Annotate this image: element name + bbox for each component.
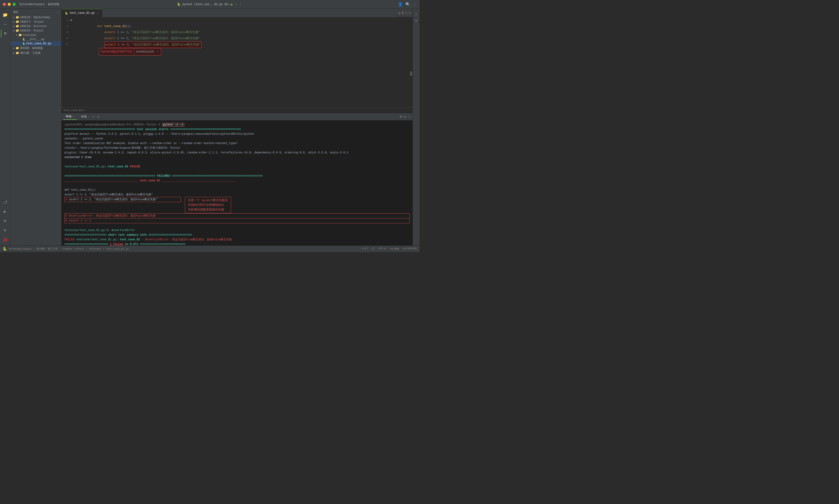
tab-close-icon[interactable]: ✕ [97, 12, 99, 15]
terminal-test-header: ________________________________________… [65, 178, 410, 183]
sidebar-item-case29[interactable]: ▼ 📁 CASE29: Pytest [10, 29, 62, 33]
terminal-chevron-icon[interactable]: ∨ [97, 115, 99, 119]
right-icon-1[interactable]: △ [414, 11, 419, 16]
sidebar-label-case27: CASE27: Jinja2 [20, 20, 43, 23]
warning-badge: △ 1 [399, 11, 404, 15]
activity-run-icon[interactable]: ▶ [1, 207, 9, 216]
activity-settings-icon[interactable]: ⚙ [1, 226, 9, 234]
terminal-platform: platform darwin -- Python 3.8.5, pytest-… [65, 132, 410, 137]
terminal-tab-close[interactable]: ✕ [73, 115, 74, 118]
code-line-1: def test_case_01(): [75, 17, 410, 23]
terminal-code-error1: E AssertionError: 表达式返回True断言成功，返回False断… [65, 213, 410, 218]
status-position: 4:47 [362, 247, 368, 251]
tab-test-case-01[interactable]: 🐍 test_case_01.py ✕ [62, 9, 102, 17]
breadcrumb-function: test_case_01() [64, 109, 85, 112]
hint-more-icon[interactable]: ⋮ [156, 49, 159, 55]
sidebar-label-web: 第50课: Web框架 [20, 46, 43, 50]
status-interpreter: python385 [403, 247, 417, 251]
activity-debug-icon[interactable]: 🐞 [1, 235, 9, 244]
hint-code-text: 此代码无法访问 [134, 49, 154, 55]
terminal-annotation: 任意一个 assert断言失败后 后续的代码不会再继续执行 当前测试函数直接返回… [185, 197, 231, 213]
titlebar-center: 🐍 pytest (test_cas...01.py 内) ▶ ⬆ ⋮ [177, 2, 242, 7]
workspace-label: PythonWorkspace › 版本控制 [19, 2, 59, 6]
activity-layers-icon[interactable]: ⊞ [1, 217, 9, 225]
tab-spacer [102, 9, 397, 17]
sidebar-item-init[interactable]: 🐍 __init__.py [10, 37, 62, 41]
line-numbers: 1 2 3 4 5 [62, 17, 70, 107]
breadcrumb-bar: test_case_01() [62, 107, 413, 113]
terminal-cachedir: cachedir: .pytest_cache [65, 137, 410, 141]
terminal-add-icon[interactable]: + [93, 115, 94, 119]
maximize-button[interactable] [13, 3, 16, 6]
right-icon-2[interactable]: ≡ [414, 18, 419, 24]
terminal-assertion-location: testcase/test_case_01.py:3: AssertionErr… [65, 228, 410, 233]
scroll-down-icon[interactable]: ∨ [409, 11, 410, 15]
editor-scrollbar[interactable] [410, 17, 413, 107]
annotation-line1: 任意一个 assert断言失败后 [188, 198, 228, 203]
run-button[interactable]: ▶ [231, 2, 233, 7]
minimize-button[interactable] [8, 3, 11, 6]
terminal-short-summary-header: ========================= short test sum… [65, 233, 410, 237]
terminal-content[interactable]: (python385) yangkai@yangkaideMacBook-Pro… [62, 121, 413, 246]
terminal-area: 终端 ✕ 本地 + ∨ ⧉ ⚙ ⋮ [62, 113, 413, 246]
terminal-tab-local[interactable]: 本地 [78, 114, 89, 120]
activity-dots-icon[interactable]: ⋯ [1, 20, 9, 29]
sidebar-label-test-case-01: test_case_01.py [26, 42, 51, 45]
sidebar-item-web[interactable]: ▶ 📁 第50课: Web框架 [10, 46, 62, 51]
terminal-tab-local-label: 本地 [81, 115, 87, 119]
tab-py-icon: 🐍 [65, 12, 68, 15]
editor-area: 🐍 test_case_01.py ✕ △ 1 ∧ ∨ 1 2 3 4 [62, 9, 413, 246]
status-bar: 🐍 PythonWorkspace › 第49课: 第三方库 › CASE29:… [0, 246, 419, 252]
terminal-randomisation: Test order randomisation NOT enabled. En… [65, 141, 410, 146]
run-config-label: pytest (test_cas...01.py 内) [182, 2, 229, 6]
status-line-ending: LF [372, 247, 375, 251]
workspace-name: PythonWorkspace [19, 3, 45, 6]
more-options-icon[interactable]: ⋮ [239, 2, 242, 7]
terminal-prompt: (python385) yangkai@yangkaideMacBook-Pro… [65, 123, 162, 126]
close-button[interactable] [3, 3, 6, 6]
terminal-failures-header: ========================================… [65, 174, 410, 178]
activity-git-icon[interactable]: ⎇ [1, 198, 9, 206]
sidebar-header: 项目 ⌄ [10, 9, 62, 15]
activity-structure-icon[interactable]: ≡ [1, 29, 9, 38]
gutter: ▶ [70, 17, 75, 107]
terminal-failed-line: FAILED testcase/test_case_01.py::test_ca… [65, 237, 410, 242]
terminal-rootdir: rootdir: /Users/yangkai/PythonWorkspace/… [65, 146, 410, 150]
terminal-plugins: plugins: Faker-18.9.0, assume-2.4.3, rep… [65, 150, 410, 155]
tab-label: test_case_01.py [70, 12, 95, 15]
settings-icon[interactable]: ⋮ [413, 2, 417, 7]
status-indent: 4个空格 [390, 247, 399, 251]
annotation-line2: 后续的代码不会再继续执行 [188, 203, 228, 208]
terminal-settings-icon[interactable]: ⚙ [404, 115, 406, 119]
activity-folder-icon[interactable]: 📁 [1, 11, 9, 19]
terminal-right-actions: ⧉ ⚙ ⋮ [400, 115, 410, 119]
sidebar-title: 项目 [13, 10, 18, 14]
terminal-collected: collected 1 item [65, 155, 410, 160]
terminal-more-icon[interactable]: ⋮ [407, 115, 410, 119]
terminal-tab-terminal[interactable]: 终端 ✕ [64, 113, 77, 120]
terminal-split-icon[interactable]: ⧉ [400, 115, 402, 119]
terminal-code-def: def test_case_01(): [65, 188, 410, 192]
code-content: def test_case_01(): assert 1 == 1, "表达式返… [75, 17, 410, 107]
sidebar-item-tools[interactable]: ▶ 📁 第51课: 工具类 [10, 51, 62, 55]
scroll-up-icon[interactable]: ∧ [405, 11, 407, 15]
sidebar-item-testcase[interactable]: ▼ 📁 testcase [10, 33, 62, 37]
sidebar-item-test-case-01[interactable]: 🐍 test_case_01.py [10, 41, 62, 46]
titlebar: PythonWorkspace › 版本控制 🐍 pytest (test_ca… [0, 0, 419, 9]
version-control-label[interactable]: 版本控制 [48, 2, 59, 6]
terminal-code-assert2: > assert 1 == 2, "表达式返回True断言成功，返回False断… [65, 197, 181, 202]
sidebar-label-testcase: testcase [23, 34, 36, 37]
sidebar-item-case27[interactable]: ▶ 📁 CASE27: Jinja2 [10, 20, 62, 24]
share-icon[interactable]: ⬆ [235, 2, 237, 6]
sidebar-item-case28[interactable]: ▶ 📁 CASE28: Unittest [10, 24, 62, 29]
tab-bar: 🐍 test_case_01.py ✕ △ 1 ∧ ∨ [62, 9, 413, 17]
sidebar-item-case26[interactable]: ▶ 📁 CASE26: SQLAlchemy [10, 15, 62, 20]
status-path: PythonWorkspace › 第49课: 第三方库 › CASE29: P… [8, 247, 129, 251]
annotation-line3: 当前测试函数直接返回失败 [188, 208, 228, 212]
user-icon[interactable]: 👤 [398, 2, 403, 7]
search-icon[interactable]: 🔍 [405, 2, 410, 7]
titlebar-right: 👤 🔍 ⋮ [398, 2, 417, 7]
sidebar-label-tools: 第51课: 工具类 [20, 51, 41, 55]
sidebar-label-case29: CASE29: Pytest [20, 29, 43, 32]
terminal-code-block: def test_case_01(): assert 1 == 1, "表达式返… [65, 188, 410, 223]
